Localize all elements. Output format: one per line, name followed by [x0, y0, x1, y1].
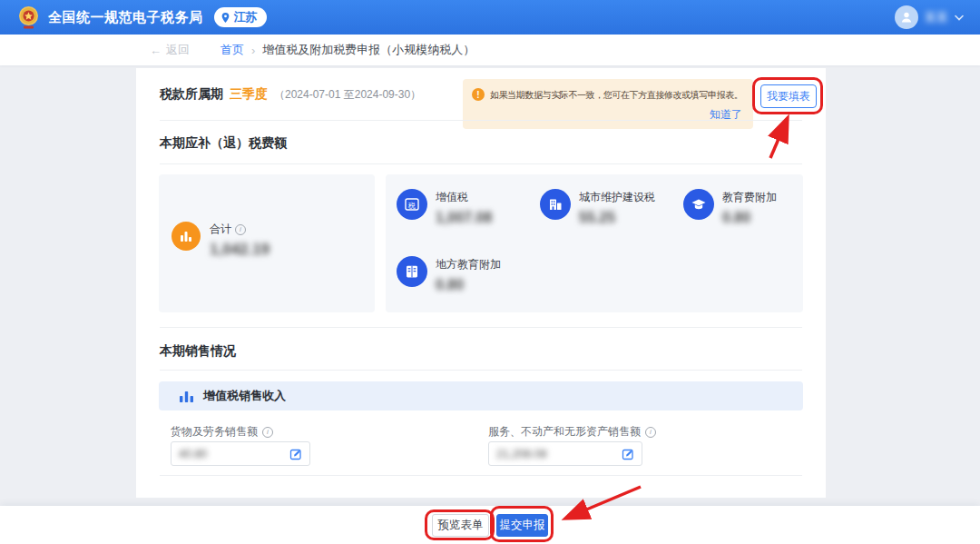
edit-icon[interactable] [622, 448, 634, 460]
graduation-cap-icon [683, 189, 714, 220]
vat-sales-banner: 增值税销售收入 [159, 381, 803, 410]
user-name: 某某 [925, 9, 948, 25]
region-label: 江苏 [234, 9, 258, 25]
fill-form-button[interactable]: 我要填表 [760, 84, 817, 108]
region-selector[interactable]: 江苏 [214, 7, 267, 27]
notice-alert: ! 如果当期数据与实际不一致，您可在下方直接修改或填写申报表。 知道了 [463, 79, 753, 129]
period-quarter: 三季度 [230, 86, 268, 103]
services-sales-value: 21,208.08 [496, 448, 547, 460]
breadcrumb-separator: › [251, 44, 255, 57]
total-label: 合计 [210, 222, 231, 237]
info-icon[interactable]: i [235, 224, 246, 235]
warning-icon: ! [472, 88, 485, 101]
avatar [895, 5, 918, 29]
edit-icon[interactable] [289, 448, 302, 460]
services-sales-input[interactable]: 21,208.08 [488, 441, 642, 466]
total-item: 合计 i 1,042.19 [172, 222, 270, 259]
breadcrumb-home[interactable]: 首页 [220, 42, 244, 58]
tax-bureau-emblem-icon [16, 5, 41, 30]
vat-declaration-page: 全国统一规范电子税务局 江苏 某某 ← 返回 [0, 0, 980, 544]
tax-period-row: 税款所属期 三季度 （2024-07-01 至2024-09-30） [160, 86, 421, 103]
back-arrow-icon: ← [150, 44, 162, 57]
info-icon[interactable]: i [262, 427, 273, 438]
back-label: 返回 [166, 42, 190, 58]
divider [160, 163, 802, 164]
app-header: 全国统一规范电子税务局 江苏 某某 [0, 0, 980, 35]
goods-sales-value: 40.80 [179, 448, 207, 460]
tax-item-label: 教育费附加 [722, 190, 777, 205]
info-icon[interactable]: i [645, 427, 656, 438]
tax-item-value: 0.80 [436, 277, 501, 293]
summary-section-title: 本期应补（退）税费额 [160, 135, 287, 152]
total-label-row: 合计 i [210, 222, 270, 237]
chevron-down-icon [955, 15, 964, 21]
vat-item: 税 增值税 1,007.08 [397, 189, 492, 226]
education-surcharge-item: 教育费附加 0.80 [683, 189, 777, 226]
total-card: 合计 i 1,042.19 [159, 174, 375, 312]
period-label: 税款所属期 [160, 86, 223, 103]
user-menu[interactable]: 某某 [895, 5, 964, 29]
main-panel: 税款所属期 三季度 （2024-07-01 至2024-09-30） ! 如果当… [136, 68, 826, 498]
goods-sales-input[interactable]: 40.80 [171, 441, 310, 466]
divider [160, 370, 802, 371]
back-button[interactable]: ← 返回 [150, 42, 190, 58]
divider [160, 475, 802, 476]
tax-item-label: 城市维护建设税 [579, 190, 655, 205]
tax-item-label: 增值税 [436, 190, 492, 205]
tax-item-value: 0.80 [722, 210, 777, 226]
svg-text:税: 税 [407, 202, 416, 210]
banner-title: 增值税销售收入 [203, 388, 286, 404]
services-sales-label-text: 服务、不动产和无形资产销售额 [488, 424, 641, 440]
sales-chart-icon [179, 390, 194, 403]
building-icon [540, 189, 571, 220]
notice-text: 如果当期数据与实际不一致，您可在下方直接修改或填写申报表。 [490, 89, 748, 102]
tax-item-label: 地方教育附加 [436, 257, 501, 272]
app-title: 全国统一规范电子税务局 [48, 9, 203, 26]
total-value: 1,042.19 [210, 241, 270, 259]
divider [160, 327, 802, 328]
urban-tax-item: 城市维护建设税 55.25 [540, 189, 655, 226]
goods-sales-label: 货物及劳务销售额 i [171, 424, 273, 440]
location-pin-icon [220, 12, 230, 24]
submit-declaration-button[interactable]: 提交申报 [496, 514, 548, 537]
vat-tax-icon: 税 [397, 189, 427, 220]
tax-item-value: 1,007.08 [436, 210, 492, 226]
divider [160, 120, 802, 121]
local-education-item: 地方教育附加 0.80 [397, 256, 501, 293]
sales-section-title: 本期销售情况 [160, 343, 236, 360]
breadcrumb: ← 返回 首页 › 增值税及附加税费申报（小规模纳税人） [0, 35, 980, 65]
bar-chart-icon [172, 222, 201, 251]
goods-sales-label-text: 货物及劳务销售额 [171, 424, 258, 440]
tax-items-card: 税 增值税 1,007.08 [386, 174, 803, 312]
preview-form-button[interactable]: 预览表单 [432, 514, 489, 537]
period-range: （2024-07-01 至2024-09-30） [274, 87, 421, 103]
ledger-icon [397, 256, 427, 287]
services-sales-label: 服务、不动产和无形资产销售额 i [488, 424, 656, 440]
breadcrumb-current: 增值税及附加税费申报（小规模纳税人） [262, 42, 475, 58]
tax-item-value: 55.25 [579, 210, 655, 226]
footer-bar: 预览表单 提交申报 [0, 506, 980, 544]
person-icon [899, 10, 914, 25]
